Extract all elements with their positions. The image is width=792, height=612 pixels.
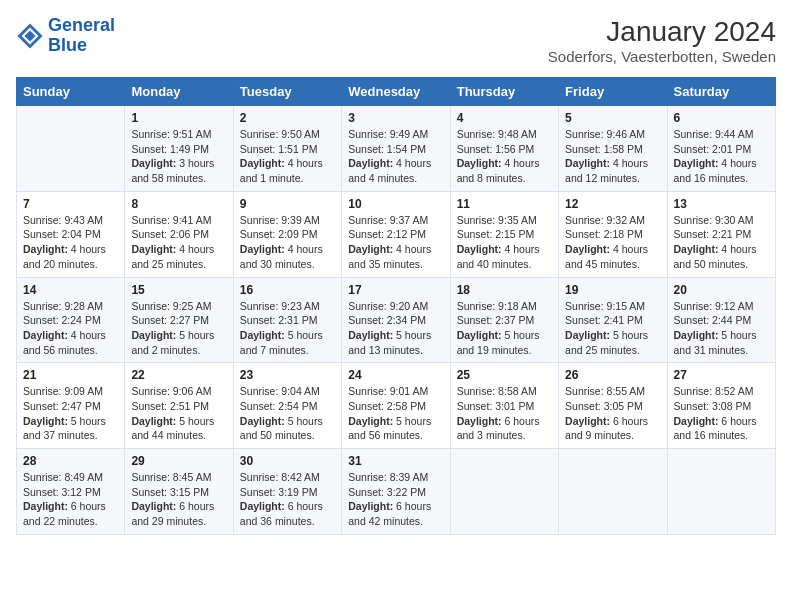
day-number: 25 bbox=[457, 368, 552, 382]
calendar-week-row: 1Sunrise: 9:51 AMSunset: 1:49 PMDaylight… bbox=[17, 106, 776, 192]
day-info: Sunrise: 9:01 AMSunset: 2:58 PMDaylight:… bbox=[348, 384, 443, 443]
weekday-header: Sunday bbox=[17, 78, 125, 106]
day-number: 9 bbox=[240, 197, 335, 211]
day-info: Sunrise: 9:46 AMSunset: 1:58 PMDaylight:… bbox=[565, 127, 660, 186]
calendar-cell: 31Sunrise: 8:39 AMSunset: 3:22 PMDayligh… bbox=[342, 449, 450, 535]
day-info: Sunrise: 9:51 AMSunset: 1:49 PMDaylight:… bbox=[131, 127, 226, 186]
day-info: Sunrise: 9:04 AMSunset: 2:54 PMDaylight:… bbox=[240, 384, 335, 443]
day-number: 29 bbox=[131, 454, 226, 468]
day-number: 15 bbox=[131, 283, 226, 297]
day-info: Sunrise: 9:35 AMSunset: 2:15 PMDaylight:… bbox=[457, 213, 552, 272]
day-info: Sunrise: 9:37 AMSunset: 2:12 PMDaylight:… bbox=[348, 213, 443, 272]
day-number: 28 bbox=[23, 454, 118, 468]
day-info: Sunrise: 9:49 AMSunset: 1:54 PMDaylight:… bbox=[348, 127, 443, 186]
weekday-header: Thursday bbox=[450, 78, 558, 106]
day-info: Sunrise: 9:43 AMSunset: 2:04 PMDaylight:… bbox=[23, 213, 118, 272]
day-info: Sunrise: 9:12 AMSunset: 2:44 PMDaylight:… bbox=[674, 299, 769, 358]
day-number: 31 bbox=[348, 454, 443, 468]
calendar-cell: 3Sunrise: 9:49 AMSunset: 1:54 PMDaylight… bbox=[342, 106, 450, 192]
calendar-cell: 8Sunrise: 9:41 AMSunset: 2:06 PMDaylight… bbox=[125, 191, 233, 277]
day-info: Sunrise: 9:44 AMSunset: 2:01 PMDaylight:… bbox=[674, 127, 769, 186]
day-number: 14 bbox=[23, 283, 118, 297]
calendar-cell bbox=[17, 106, 125, 192]
calendar-title: January 2024 bbox=[548, 16, 776, 48]
day-info: Sunrise: 8:49 AMSunset: 3:12 PMDaylight:… bbox=[23, 470, 118, 529]
calendar-cell: 5Sunrise: 9:46 AMSunset: 1:58 PMDaylight… bbox=[559, 106, 667, 192]
day-number: 12 bbox=[565, 197, 660, 211]
calendar-cell: 12Sunrise: 9:32 AMSunset: 2:18 PMDayligh… bbox=[559, 191, 667, 277]
page-header: General Blue January 2024 Soderfors, Vae… bbox=[16, 16, 776, 65]
day-number: 11 bbox=[457, 197, 552, 211]
day-number: 26 bbox=[565, 368, 660, 382]
calendar-cell bbox=[667, 449, 775, 535]
day-number: 2 bbox=[240, 111, 335, 125]
calendar-cell: 4Sunrise: 9:48 AMSunset: 1:56 PMDaylight… bbox=[450, 106, 558, 192]
calendar-cell: 18Sunrise: 9:18 AMSunset: 2:37 PMDayligh… bbox=[450, 277, 558, 363]
day-info: Sunrise: 8:39 AMSunset: 3:22 PMDaylight:… bbox=[348, 470, 443, 529]
calendar-table: SundayMondayTuesdayWednesdayThursdayFrid… bbox=[16, 77, 776, 535]
weekday-header: Monday bbox=[125, 78, 233, 106]
day-number: 22 bbox=[131, 368, 226, 382]
calendar-cell: 11Sunrise: 9:35 AMSunset: 2:15 PMDayligh… bbox=[450, 191, 558, 277]
calendar-cell bbox=[450, 449, 558, 535]
day-number: 17 bbox=[348, 283, 443, 297]
day-info: Sunrise: 9:41 AMSunset: 2:06 PMDaylight:… bbox=[131, 213, 226, 272]
day-info: Sunrise: 9:15 AMSunset: 2:41 PMDaylight:… bbox=[565, 299, 660, 358]
logo: General Blue bbox=[16, 16, 115, 56]
logo-icon bbox=[16, 22, 44, 50]
weekday-header: Friday bbox=[559, 78, 667, 106]
calendar-cell: 14Sunrise: 9:28 AMSunset: 2:24 PMDayligh… bbox=[17, 277, 125, 363]
calendar-week-row: 14Sunrise: 9:28 AMSunset: 2:24 PMDayligh… bbox=[17, 277, 776, 363]
calendar-cell: 21Sunrise: 9:09 AMSunset: 2:47 PMDayligh… bbox=[17, 363, 125, 449]
calendar-cell: 15Sunrise: 9:25 AMSunset: 2:27 PMDayligh… bbox=[125, 277, 233, 363]
day-info: Sunrise: 9:48 AMSunset: 1:56 PMDaylight:… bbox=[457, 127, 552, 186]
day-number: 16 bbox=[240, 283, 335, 297]
day-number: 24 bbox=[348, 368, 443, 382]
day-info: Sunrise: 9:23 AMSunset: 2:31 PMDaylight:… bbox=[240, 299, 335, 358]
calendar-cell: 2Sunrise: 9:50 AMSunset: 1:51 PMDaylight… bbox=[233, 106, 341, 192]
calendar-cell: 10Sunrise: 9:37 AMSunset: 2:12 PMDayligh… bbox=[342, 191, 450, 277]
day-number: 8 bbox=[131, 197, 226, 211]
logo-text: General Blue bbox=[48, 16, 115, 56]
day-info: Sunrise: 9:09 AMSunset: 2:47 PMDaylight:… bbox=[23, 384, 118, 443]
weekday-header: Tuesday bbox=[233, 78, 341, 106]
calendar-cell: 7Sunrise: 9:43 AMSunset: 2:04 PMDaylight… bbox=[17, 191, 125, 277]
calendar-cell: 23Sunrise: 9:04 AMSunset: 2:54 PMDayligh… bbox=[233, 363, 341, 449]
day-info: Sunrise: 9:20 AMSunset: 2:34 PMDaylight:… bbox=[348, 299, 443, 358]
calendar-cell: 1Sunrise: 9:51 AMSunset: 1:49 PMDaylight… bbox=[125, 106, 233, 192]
calendar-cell: 26Sunrise: 8:55 AMSunset: 3:05 PMDayligh… bbox=[559, 363, 667, 449]
day-info: Sunrise: 9:25 AMSunset: 2:27 PMDaylight:… bbox=[131, 299, 226, 358]
day-info: Sunrise: 8:52 AMSunset: 3:08 PMDaylight:… bbox=[674, 384, 769, 443]
calendar-header-row: SundayMondayTuesdayWednesdayThursdayFrid… bbox=[17, 78, 776, 106]
day-info: Sunrise: 9:32 AMSunset: 2:18 PMDaylight:… bbox=[565, 213, 660, 272]
weekday-header: Saturday bbox=[667, 78, 775, 106]
day-info: Sunrise: 9:28 AMSunset: 2:24 PMDaylight:… bbox=[23, 299, 118, 358]
day-number: 3 bbox=[348, 111, 443, 125]
calendar-week-row: 21Sunrise: 9:09 AMSunset: 2:47 PMDayligh… bbox=[17, 363, 776, 449]
calendar-cell: 28Sunrise: 8:49 AMSunset: 3:12 PMDayligh… bbox=[17, 449, 125, 535]
calendar-cell: 22Sunrise: 9:06 AMSunset: 2:51 PMDayligh… bbox=[125, 363, 233, 449]
day-info: Sunrise: 9:06 AMSunset: 2:51 PMDaylight:… bbox=[131, 384, 226, 443]
day-info: Sunrise: 8:45 AMSunset: 3:15 PMDaylight:… bbox=[131, 470, 226, 529]
day-info: Sunrise: 9:18 AMSunset: 2:37 PMDaylight:… bbox=[457, 299, 552, 358]
calendar-cell bbox=[559, 449, 667, 535]
calendar-cell: 27Sunrise: 8:52 AMSunset: 3:08 PMDayligh… bbox=[667, 363, 775, 449]
calendar-cell: 13Sunrise: 9:30 AMSunset: 2:21 PMDayligh… bbox=[667, 191, 775, 277]
calendar-cell: 16Sunrise: 9:23 AMSunset: 2:31 PMDayligh… bbox=[233, 277, 341, 363]
day-number: 20 bbox=[674, 283, 769, 297]
day-info: Sunrise: 9:50 AMSunset: 1:51 PMDaylight:… bbox=[240, 127, 335, 186]
calendar-cell: 30Sunrise: 8:42 AMSunset: 3:19 PMDayligh… bbox=[233, 449, 341, 535]
calendar-cell: 17Sunrise: 9:20 AMSunset: 2:34 PMDayligh… bbox=[342, 277, 450, 363]
calendar-cell: 29Sunrise: 8:45 AMSunset: 3:15 PMDayligh… bbox=[125, 449, 233, 535]
calendar-cell: 25Sunrise: 8:58 AMSunset: 3:01 PMDayligh… bbox=[450, 363, 558, 449]
calendar-week-row: 7Sunrise: 9:43 AMSunset: 2:04 PMDaylight… bbox=[17, 191, 776, 277]
day-number: 30 bbox=[240, 454, 335, 468]
day-info: Sunrise: 8:42 AMSunset: 3:19 PMDaylight:… bbox=[240, 470, 335, 529]
day-number: 7 bbox=[23, 197, 118, 211]
day-number: 6 bbox=[674, 111, 769, 125]
day-number: 18 bbox=[457, 283, 552, 297]
title-block: January 2024 Soderfors, Vaesterbotten, S… bbox=[548, 16, 776, 65]
calendar-cell: 20Sunrise: 9:12 AMSunset: 2:44 PMDayligh… bbox=[667, 277, 775, 363]
day-number: 10 bbox=[348, 197, 443, 211]
calendar-cell: 6Sunrise: 9:44 AMSunset: 2:01 PMDaylight… bbox=[667, 106, 775, 192]
